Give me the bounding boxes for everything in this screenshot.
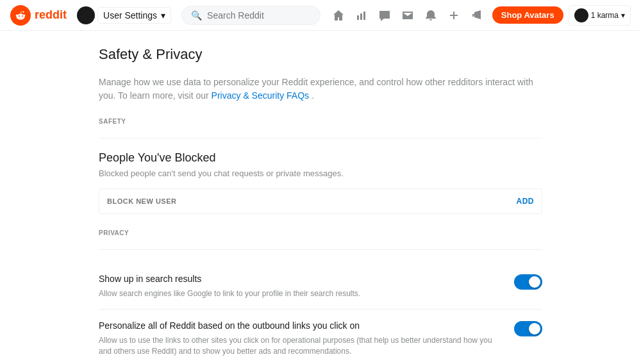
toggle-text: Personalize all of Reddit based on the o… [99, 320, 514, 356]
karma-chevron-icon: ▾ [621, 11, 625, 20]
chat-icon-btn[interactable] [374, 5, 395, 26]
search-input[interactable] [207, 10, 311, 21]
toggles-container: Show up in search resultsAllow search en… [99, 263, 542, 364]
svg-rect-1 [357, 15, 359, 20]
blocked-desc: Blocked people can't send you chat reque… [99, 169, 542, 178]
block-user-input[interactable] [107, 197, 517, 205]
privacy-section: PRIVACY Show up in search resultsAllow s… [99, 229, 542, 364]
account-avatar [574, 8, 588, 22]
safety-divider [99, 138, 542, 138]
header-icons [328, 5, 487, 26]
logo-wordmark: reddit [35, 8, 67, 22]
search-icon: 🔍 [191, 10, 202, 21]
privacy-section-label: PRIVACY [99, 229, 542, 236]
user-settings-label: User Settings [103, 10, 157, 21]
top-header: reddit User Settings ▾ 🔍 Shop Av [0, 0, 641, 31]
megaphone-icon-btn[interactable] [467, 5, 487, 26]
svg-rect-3 [363, 12, 365, 20]
shop-avatars-button[interactable]: Shop Avatars [492, 6, 563, 24]
plus-icon-btn[interactable] [444, 5, 464, 26]
toggle-slider [514, 274, 542, 290]
popular-icon [355, 9, 368, 22]
toggle-switch[interactable] [514, 321, 542, 336]
popular-icon-btn[interactable] [351, 5, 372, 26]
toggle-desc: Allow us to use the links to other sites… [99, 335, 499, 357]
dropdown-chevron-icon: ▾ [161, 10, 165, 21]
toggle-title: Personalize all of Reddit based on the o… [99, 320, 499, 333]
karma-count: 1 karma [591, 11, 619, 20]
privacy-divider [99, 249, 542, 250]
plus-icon [447, 9, 460, 22]
home-icon-btn[interactable] [328, 5, 349, 26]
description-end: . [309, 90, 314, 101]
svg-rect-2 [360, 13, 362, 20]
page-title: Safety & Privacy [99, 46, 542, 63]
chat-icon [378, 9, 391, 22]
block-user-container: ADD [99, 188, 542, 214]
user-avatar [77, 6, 95, 24]
snoo-icon [13, 8, 28, 22]
karma-button[interactable]: 1 karma ▾ [569, 5, 631, 26]
megaphone-icon [470, 9, 483, 22]
logo[interactable]: reddit [10, 5, 67, 26]
toggle-slider [514, 321, 542, 336]
description-text: Manage how we use data to personalize yo… [99, 77, 533, 101]
add-button[interactable]: ADD [517, 197, 535, 206]
toggle-switch[interactable] [514, 274, 542, 290]
page-description: Manage how we use data to personalize yo… [99, 76, 542, 103]
notification-icon-btn[interactable] [420, 5, 441, 26]
home-icon [332, 9, 345, 22]
toggle-row: Personalize all of Reddit based on the o… [99, 310, 542, 364]
main-content: Safety & Privacy Manage how we use data … [83, 31, 558, 364]
reddit-logo-icon [10, 5, 31, 26]
user-settings-button[interactable]: User Settings ▾ [97, 7, 171, 24]
search-bar[interactable]: 🔍 [181, 6, 320, 25]
privacy-faq-link[interactable]: Privacy & Security FAQs [212, 90, 309, 101]
blocked-title: People You've Blocked [99, 151, 542, 165]
bell-icon [424, 9, 437, 22]
toggle-desc: Allow search engines like Google to link… [99, 288, 499, 299]
toggle-row: Show up in search resultsAllow search en… [99, 263, 542, 310]
message-icon-btn[interactable] [397, 5, 418, 26]
toggle-text: Show up in search resultsAllow search en… [99, 273, 514, 299]
toggle-title: Show up in search results [99, 273, 499, 286]
safety-section-label: SAFETY [99, 118, 542, 125]
message-icon [401, 9, 414, 22]
